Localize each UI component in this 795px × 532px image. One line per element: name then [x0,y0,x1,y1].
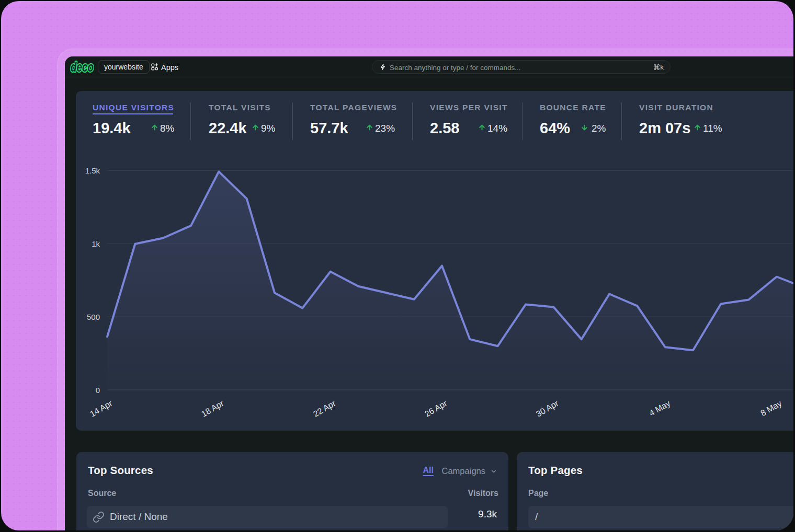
svg-text:8 May: 8 May [759,399,783,418]
svg-text:26 Apr: 26 Apr [423,399,449,419]
svg-text:deco: deco [71,59,94,75]
svg-text:18 Apr: 18 Apr [200,399,225,419]
svg-text:22 Apr: 22 Apr [312,399,337,419]
svg-text:0: 0 [96,386,100,395]
svg-text:1k: 1k [92,239,100,248]
svg-text:30 Apr: 30 Apr [535,399,560,419]
svg-text:500: 500 [87,313,100,321]
svg-text:1.5k: 1.5k [85,166,100,175]
svg-text:14 Apr: 14 Apr [88,399,114,419]
svg-text:4 May: 4 May [648,399,672,418]
